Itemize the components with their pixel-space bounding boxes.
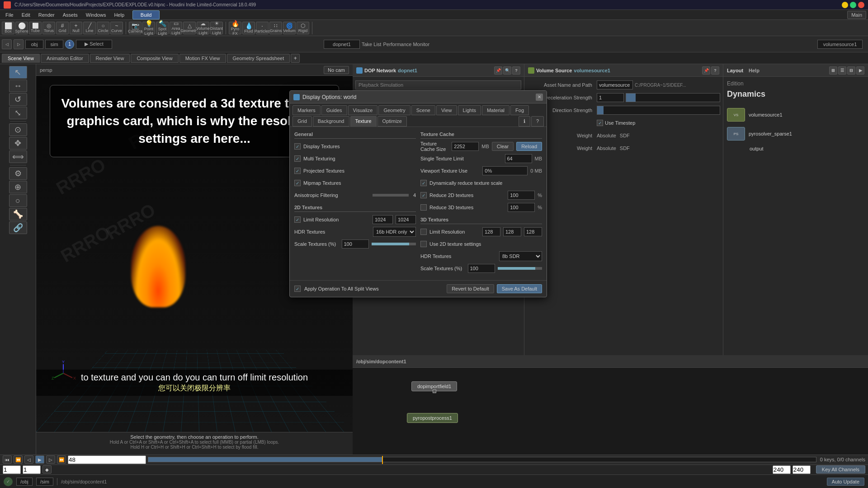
- panel-select-1[interactable]: 1: [65, 40, 74, 49]
- use-2d-settings-checkbox[interactable]: [420, 241, 427, 247]
- disp-tab-guides[interactable]: Guides: [321, 105, 347, 115]
- disp-tab-markers[interactable]: Markers: [292, 105, 321, 115]
- dynamic-reduce-checkbox[interactable]: [420, 180, 427, 186]
- minimize-button[interactable]: [842, 2, 848, 8]
- handle-btn[interactable]: ⚙: [9, 167, 27, 180]
- disp-tab-grid[interactable]: Grid: [292, 116, 312, 127]
- scale-3d-input[interactable]: [468, 264, 495, 273]
- perf-monitor-label[interactable]: Performance Monitor: [383, 42, 429, 47]
- fwd-btn[interactable]: ▷: [14, 39, 24, 49]
- grains-btn[interactable]: ∷Grains: [269, 22, 282, 34]
- menu-file[interactable]: File: [2, 11, 17, 19]
- box-tool[interactable]: ⬜Box: [2, 22, 14, 34]
- geometry-light-btn[interactable]: △Geometry: [183, 22, 196, 34]
- next-frame-btn[interactable]: ▷: [46, 455, 55, 464]
- global-end2-input[interactable]: [793, 465, 811, 474]
- auto-update-btn[interactable]: Auto Update: [827, 478, 864, 486]
- tab-motion-fx[interactable]: Motion FX View: [179, 54, 226, 63]
- key-all-channels-btn[interactable]: Key All Channels: [816, 465, 865, 474]
- volumesource-node-icon[interactable]: VS: [727, 108, 745, 122]
- disp-tab-texture[interactable]: Texture: [350, 116, 377, 127]
- multi-texturing-checkbox[interactable]: [294, 155, 301, 162]
- playback-sim-btn[interactable]: Playback Simulation: [355, 80, 521, 89]
- pyrosolver-node-icon[interactable]: PS: [727, 127, 745, 141]
- global-end-input[interactable]: [773, 465, 791, 474]
- dolly-btn[interactable]: ⟺: [9, 150, 27, 163]
- take-list-label[interactable]: Take List: [362, 42, 381, 47]
- circle-tool[interactable]: ○Circle: [97, 22, 109, 34]
- decel-slider[interactable]: [626, 93, 720, 102]
- disp-tab-material[interactable]: Material: [482, 105, 509, 115]
- dynamics-btn3[interactable]: ⊟: [847, 66, 855, 75]
- spot-light-btn[interactable]: 🔦Spot Light: [156, 22, 169, 34]
- object-btn[interactable]: ○: [9, 194, 27, 207]
- dynamics-btn1[interactable]: ⊞: [829, 66, 837, 75]
- global-start-input[interactable]: [3, 465, 21, 474]
- disp-info-btn[interactable]: ℹ: [519, 116, 530, 127]
- transform-btn[interactable]: ↔: [9, 80, 27, 92]
- reload-cache-btn[interactable]: Reload: [516, 142, 542, 151]
- frame-start-input[interactable]: [23, 465, 41, 474]
- vellum-btn[interactable]: 🌀Vellum: [283, 22, 296, 34]
- dynamics-btn2[interactable]: ☰: [838, 66, 846, 75]
- res-3d-1-input[interactable]: [482, 227, 500, 236]
- disp-tab-background[interactable]: Background: [313, 116, 349, 127]
- close-button[interactable]: [858, 2, 864, 8]
- dopnet-path[interactable]: dopnet1: [324, 40, 360, 49]
- scale-3d-slider[interactable]: [498, 267, 542, 270]
- revert-default-btn[interactable]: Revert to Default: [447, 284, 494, 293]
- sim-btn[interactable]: sim: [45, 40, 63, 49]
- dynamics-btn4[interactable]: ▶: [856, 66, 864, 75]
- prev-frame-btn[interactable]: ◁: [24, 455, 33, 464]
- build-button[interactable]: Build: [132, 10, 160, 19]
- limit-3d-checkbox[interactable]: [420, 229, 427, 235]
- null-tool[interactable]: +Null: [70, 22, 82, 34]
- vol-pin-btn[interactable]: 📌: [702, 66, 710, 75]
- dop-help-btn[interactable]: ?: [512, 66, 520, 75]
- distant-light-btn[interactable]: ☀Distant Light: [210, 22, 223, 34]
- texture-cache-size-input[interactable]: [452, 142, 479, 151]
- anisotropic-slider[interactable]: [373, 194, 409, 197]
- menu-render[interactable]: Render: [35, 11, 58, 19]
- pose-btn[interactable]: 🦴: [9, 208, 27, 221]
- disp-tab-lights[interactable]: Lights: [458, 105, 481, 115]
- res-2d-1-input[interactable]: [373, 215, 393, 224]
- scale-textures-2d-input[interactable]: [342, 239, 369, 249]
- add-tab-button[interactable]: +: [291, 54, 300, 63]
- asset-name-input[interactable]: [597, 80, 633, 89]
- menu-help[interactable]: Help: [110, 11, 128, 19]
- dop-pin-btn[interactable]: 📌: [494, 66, 502, 75]
- prev-key-btn[interactable]: ⏪: [14, 455, 23, 464]
- decel-input[interactable]: [597, 93, 624, 102]
- hdr-3d-select[interactable]: 8b SDR 16b HDR only: [499, 251, 542, 261]
- rigid-btn[interactable]: ⬡Rigid: [297, 22, 309, 34]
- scale-2d-slider[interactable]: [372, 243, 416, 245]
- menu-assets[interactable]: Assets: [59, 11, 81, 19]
- display-options-close-btn[interactable]: ✕: [536, 94, 543, 101]
- viewport-texture-pct-input[interactable]: [482, 166, 528, 175]
- limit-resolution-checkbox[interactable]: [294, 216, 301, 223]
- curve-tool[interactable]: ~Curve: [110, 22, 123, 34]
- reduce-3d-checkbox[interactable]: [420, 204, 427, 211]
- projected-textures-checkbox[interactable]: [294, 168, 301, 174]
- pyropostprocess-node[interactable]: pyropostprocess1: [407, 413, 458, 423]
- obj-path-btn[interactable]: /obj: [16, 478, 33, 486]
- hdr-textures-select[interactable]: 16b HDR only 8b HDR only No HDR: [373, 227, 416, 237]
- tumble-btn[interactable]: ⊙: [9, 123, 27, 136]
- disp-tab-geometry[interactable]: Geometry: [378, 105, 410, 115]
- use-timestep-checkbox[interactable]: [597, 120, 603, 126]
- tab-scene-view[interactable]: Scene View: [2, 54, 40, 63]
- maximize-button[interactable]: [850, 2, 856, 8]
- reduce-2d-checkbox[interactable]: [420, 192, 427, 198]
- dop-search-btn[interactable]: 🔍: [503, 66, 511, 75]
- grid-tool[interactable]: #Grid: [56, 22, 69, 34]
- clear-cache-btn[interactable]: Clear: [492, 142, 514, 151]
- menu-windows[interactable]: Windows: [82, 11, 110, 19]
- disp-tab-view[interactable]: View: [436, 105, 457, 115]
- network-canvas[interactable]: dopimportfield1 pyropostprocess1: [353, 368, 868, 455]
- sphere-tool[interactable]: ⚪Sphere: [15, 22, 28, 34]
- torus-tool[interactable]: ◎Torus: [42, 22, 55, 34]
- res-3d-2-input[interactable]: [503, 227, 521, 236]
- play-btn[interactable]: ▶: [35, 455, 44, 464]
- line-tool[interactable]: ╱Line: [83, 22, 96, 34]
